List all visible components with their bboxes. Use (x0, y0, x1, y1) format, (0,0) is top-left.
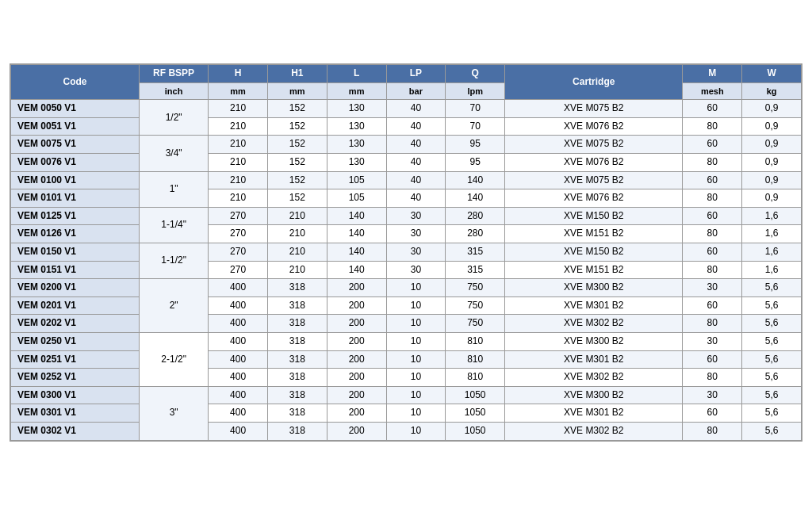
main-table-wrapper: CodeRF BSPPHH1LLPQCartridgeMWinchmmmmmmb… (10, 63, 802, 441)
col-header-rf-bspp: RF BSPP (140, 65, 209, 83)
h-cell: 210 (209, 136, 268, 154)
h-cell: 210 (209, 117, 268, 136)
w-cell: 1,6 (742, 225, 802, 243)
m-cell: 30 (683, 279, 742, 297)
col-unit-1: mm (209, 83, 268, 100)
bspp-cell: 1-1/4" (140, 207, 209, 243)
q-cell: 1050 (446, 422, 505, 440)
w-cell: 5,6 (742, 279, 802, 297)
h1-cell: 210 (268, 243, 327, 262)
table-row: VEM 0252 V140031820010810XVE M302 B2805,… (11, 369, 802, 387)
code-cell: VEM 0076 V1 (11, 154, 140, 172)
q-cell: 315 (446, 261, 505, 279)
code-cell: VEM 0251 V1 (11, 350, 140, 369)
table-row: VEM 0250 V12-1/2"40031820010810XVE M300 … (11, 333, 802, 351)
table-row: VEM 0302 V1400318200101050XVE M302 B2805… (11, 422, 802, 440)
data-table: CodeRF BSPPHH1LLPQCartridgeMWinchmmmmmmb… (10, 64, 802, 440)
h-cell: 400 (209, 422, 268, 440)
table-row: VEM 0151 V127021014030315XVE M151 B2801,… (11, 261, 802, 279)
lp-cell: 10 (386, 315, 446, 333)
col-header-h1: H1 (268, 65, 327, 83)
lp-cell: 40 (386, 100, 446, 118)
col-header-h: H (209, 65, 268, 83)
cartridge-cell: XVE M302 B2 (505, 422, 683, 440)
m-cell: 80 (683, 315, 742, 333)
table-header: CodeRF BSPPHH1LLPQCartridgeMWinchmmmmmmb… (11, 65, 802, 100)
lp-cell: 40 (386, 154, 446, 172)
table-row: VEM 0125 V11-1/4"27021014030280XVE M150 … (11, 207, 802, 225)
h1-cell: 210 (268, 225, 327, 243)
h1-cell: 318 (268, 422, 327, 440)
m-cell: 60 (683, 171, 742, 189)
w-cell: 1,6 (742, 207, 802, 225)
cartridge-cell: XVE M075 B2 (505, 171, 683, 189)
lp-cell: 30 (386, 207, 446, 225)
cartridge-cell: XVE M076 B2 (505, 154, 683, 172)
table-row: VEM 0126 V127021014030280XVE M151 B2801,… (11, 225, 802, 243)
cartridge-cell: XVE M302 B2 (505, 315, 683, 333)
table-row: VEM 0100 V11"21015210540140XVE M075 B260… (11, 171, 802, 189)
h-cell: 400 (209, 369, 268, 387)
l-cell: 140 (327, 261, 386, 279)
l-cell: 200 (327, 422, 386, 440)
l-cell: 200 (327, 315, 386, 333)
cartridge-cell: XVE M301 B2 (505, 296, 683, 315)
m-cell: 80 (683, 261, 742, 279)
h-cell: 400 (209, 350, 268, 369)
code-cell: VEM 0200 V1 (11, 279, 140, 297)
h1-cell: 318 (268, 350, 327, 369)
cartridge-cell: XVE M075 B2 (505, 136, 683, 154)
lp-cell: 10 (386, 369, 446, 387)
m-cell: 80 (683, 154, 742, 172)
w-cell: 1,6 (742, 261, 802, 279)
code-cell: VEM 0126 V1 (11, 225, 140, 243)
code-cell: VEM 0302 V1 (11, 422, 140, 440)
w-cell: 5,6 (742, 296, 802, 315)
w-cell: 5,6 (742, 386, 802, 404)
col-unit-2: mm (268, 83, 327, 100)
code-cell: VEM 0150 V1 (11, 243, 140, 262)
lp-cell: 10 (386, 422, 446, 440)
lp-cell: 40 (386, 189, 446, 208)
h-cell: 400 (209, 386, 268, 404)
code-cell: VEM 0075 V1 (11, 136, 140, 154)
l-cell: 140 (327, 243, 386, 262)
col-header-lp: LP (386, 65, 446, 83)
q-cell: 280 (446, 225, 505, 243)
l-cell: 200 (327, 333, 386, 351)
w-cell: 5,6 (742, 315, 802, 333)
m-cell: 80 (683, 117, 742, 136)
q-cell: 810 (446, 333, 505, 351)
h1-cell: 318 (268, 386, 327, 404)
lp-cell: 10 (386, 404, 446, 423)
w-cell: 5,6 (742, 404, 802, 423)
lp-cell: 40 (386, 117, 446, 136)
table-row: VEM 0202 V140031820010750XVE M302 B2805,… (11, 315, 802, 333)
m-cell: 80 (683, 422, 742, 440)
cartridge-cell: XVE M300 B2 (505, 279, 683, 297)
col-unit-4: bar (386, 83, 446, 100)
lp-cell: 40 (386, 171, 446, 189)
q-cell: 1050 (446, 386, 505, 404)
q-cell: 750 (446, 296, 505, 315)
col-unit-0: inch (140, 83, 209, 100)
cartridge-cell: XVE M301 B2 (505, 404, 683, 423)
bspp-cell: 1-1/2" (140, 243, 209, 279)
lp-cell: 10 (386, 333, 446, 351)
cartridge-cell: XVE M076 B2 (505, 117, 683, 136)
w-cell: 5,6 (742, 350, 802, 369)
q-cell: 70 (446, 100, 505, 118)
table-row: VEM 0075 V13/4"2101521304095XVE M075 B26… (11, 136, 802, 154)
m-cell: 60 (683, 404, 742, 423)
lp-cell: 30 (386, 225, 446, 243)
cartridge-cell: XVE M150 B2 (505, 243, 683, 262)
code-cell: VEM 0151 V1 (11, 261, 140, 279)
q-cell: 810 (446, 350, 505, 369)
lp-cell: 10 (386, 386, 446, 404)
lp-cell: 10 (386, 279, 446, 297)
bspp-cell: 2-1/2" (140, 333, 209, 387)
m-cell: 30 (683, 333, 742, 351)
bspp-cell: 3/4" (140, 136, 209, 171)
col-unit-6: mesh (683, 83, 742, 100)
bspp-cell: 2" (140, 279, 209, 333)
